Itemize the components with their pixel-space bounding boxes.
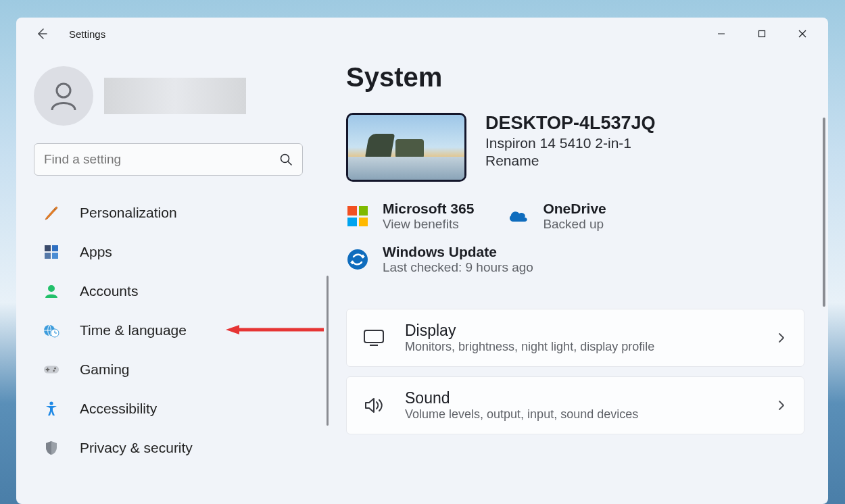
device-model: Inspiron 14 5410 2-in-1 [485, 135, 656, 151]
svg-point-5 [57, 84, 70, 97]
chevron-right-icon [775, 399, 788, 411]
content: Personalization Apps Accounts [16, 50, 828, 504]
sidebar-item-label: Personalization [80, 205, 177, 221]
sidebar-item-label: Privacy & security [80, 440, 193, 456]
svg-point-12 [48, 285, 55, 292]
cloud-icon [506, 205, 529, 228]
accessibility-icon [43, 401, 59, 417]
status-windows-update[interactable]: Windows Update Last checked: 9 hours ago [346, 244, 785, 275]
card-display[interactable]: Display Monitors, brightness, night ligh… [346, 309, 804, 367]
card-sub: Monitors, brightness, night light, displ… [405, 340, 654, 354]
maximize-icon [758, 30, 766, 38]
titlebar: Settings [16, 18, 828, 50]
device-block: DESKTOP-4L537JQ Inspiron 14 5410 2-in-1 … [346, 113, 817, 182]
status-sub[interactable]: Backed up [543, 217, 606, 232]
sidebar-item-privacy-security[interactable]: Privacy & security [34, 428, 316, 468]
svg-rect-8 [45, 245, 51, 251]
sidebar-item-label: Gaming [80, 361, 130, 378]
svg-rect-28 [364, 330, 383, 343]
sync-icon [346, 248, 369, 271]
sidebar-item-gaming[interactable]: Gaming [34, 350, 316, 389]
sidebar-item-label: Accessibility [80, 401, 157, 417]
window-controls [701, 20, 823, 47]
brush-icon [43, 205, 59, 221]
globe-clock-icon [43, 322, 59, 338]
device-thumbnail[interactable] [346, 113, 466, 182]
status-onedrive[interactable]: OneDrive Backed up [506, 201, 606, 232]
sidebar: Personalization Apps Accounts [16, 50, 334, 504]
gamepad-icon [43, 361, 59, 378]
minimize-button[interactable] [701, 20, 742, 47]
svg-point-22 [49, 401, 53, 405]
person-icon [47, 79, 80, 113]
close-icon [798, 30, 806, 38]
svg-rect-11 [52, 253, 58, 259]
search-icon [279, 153, 293, 166]
card-title: Sound [405, 389, 638, 407]
sidebar-scrollbar[interactable] [327, 276, 329, 426]
status-sub[interactable]: View benefits [383, 217, 474, 232]
back-arrow-icon [35, 27, 49, 41]
status-title: Windows Update [383, 244, 533, 260]
apps-icon [43, 244, 59, 260]
card-title: Display [405, 322, 654, 340]
back-button[interactable] [30, 22, 54, 46]
sidebar-item-accounts[interactable]: Accounts [34, 272, 316, 311]
main-scrollbar[interactable] [823, 118, 825, 307]
device-name: DESKTOP-4L537JQ [485, 113, 656, 134]
status-title: Microsoft 365 [383, 201, 474, 217]
status-grid: Microsoft 365 View benefits OneDrive Bac… [346, 201, 817, 287]
settings-window: Settings [16, 18, 828, 504]
sidebar-item-apps[interactable]: Apps [34, 232, 316, 272]
card-sound[interactable]: Sound Volume levels, output, input, soun… [346, 376, 804, 434]
minimize-icon [717, 30, 725, 38]
main-panel: System DESKTOP-4L537JQ Inspiron 14 5410 … [334, 50, 828, 504]
card-sub: Volume levels, output, input, sound devi… [405, 407, 638, 422]
search-box[interactable] [34, 143, 303, 176]
search-input[interactable] [44, 152, 279, 167]
sidebar-item-label: Time & language [80, 322, 187, 338]
settings-cards: Display Monitors, brightness, night ligh… [346, 309, 817, 434]
sidebar-item-label: Accounts [80, 283, 138, 299]
shield-icon [43, 440, 59, 456]
chevron-right-icon [775, 332, 788, 344]
sidebar-item-personalization[interactable]: Personalization [34, 193, 316, 232]
page-title: System [346, 62, 817, 93]
accounts-icon [43, 283, 59, 299]
sidebar-item-time-language[interactable]: Time & language [34, 311, 316, 350]
app-title: Settings [69, 28, 105, 40]
sidebar-item-label: Apps [80, 244, 112, 260]
username-redacted [104, 78, 246, 114]
speaker-icon [363, 395, 385, 416]
svg-point-18 [54, 368, 56, 370]
device-info: DESKTOP-4L537JQ Inspiron 14 5410 2-in-1 … [485, 113, 656, 182]
svg-rect-9 [52, 245, 58, 251]
status-title: OneDrive [543, 201, 606, 217]
svg-rect-10 [45, 253, 51, 259]
profile-row[interactable] [34, 66, 316, 126]
status-microsoft-365[interactable]: Microsoft 365 View benefits [346, 201, 474, 232]
status-sub[interactable]: Last checked: 9 hours ago [383, 260, 533, 275]
maximize-button[interactable] [742, 20, 782, 47]
nav: Personalization Apps Accounts [34, 193, 316, 468]
svg-rect-2 [759, 31, 765, 37]
svg-point-25 [347, 249, 368, 270]
rename-link[interactable]: Rename [485, 153, 656, 169]
svg-line-7 [288, 161, 291, 165]
avatar [34, 66, 93, 126]
microsoft-icon [346, 205, 369, 228]
svg-point-19 [53, 370, 55, 372]
monitor-icon [363, 327, 385, 349]
close-button[interactable] [782, 20, 823, 47]
sidebar-item-accessibility[interactable]: Accessibility [34, 389, 316, 428]
